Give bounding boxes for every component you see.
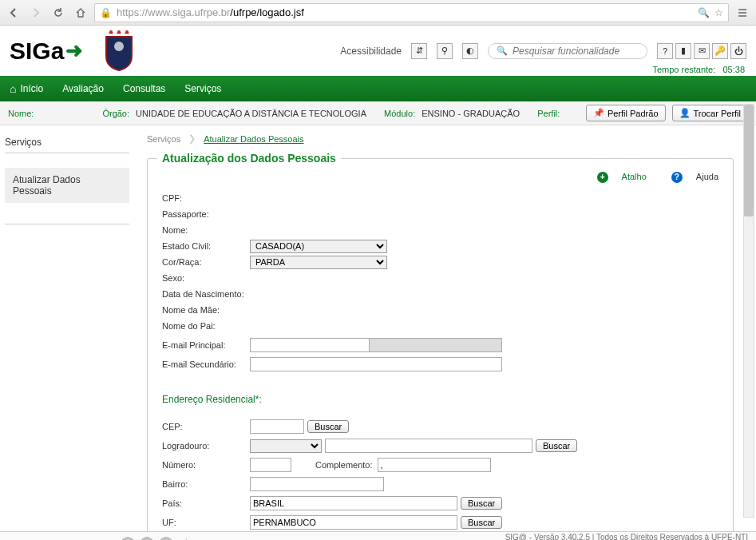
- complemento-input[interactable]: [378, 458, 491, 472]
- logradouro-tipo-select[interactable]: [250, 439, 322, 453]
- buscar-cep-button[interactable]: Buscar: [307, 420, 349, 433]
- plus-icon: +: [597, 172, 608, 183]
- estado-civil-label: Estado Civil:: [162, 241, 250, 251]
- logradouro-label: Logradouro:: [162, 441, 250, 451]
- breadcrumb-root[interactable]: Serviços: [147, 134, 180, 144]
- menu-button[interactable]: [734, 4, 751, 22]
- back-button[interactable]: [5, 4, 22, 22]
- session-time: Tempo restante: 05:38: [652, 65, 745, 74]
- sidebar: Serviços Atualizar Dados Pessoais: [0, 125, 134, 531]
- breadcrumb-current[interactable]: Atualizar Dados Pessoais: [204, 134, 303, 144]
- modulo-label: Módulo:: [384, 109, 415, 118]
- atalho-link[interactable]: +Atalho: [586, 172, 647, 181]
- url-text: https://www.siga.ufrpe.br/ufrpe/logado.j…: [117, 6, 304, 18]
- passaporte-label: Passaporte:: [162, 209, 250, 219]
- buscar-uf-button[interactable]: Buscar: [461, 516, 502, 529]
- ajuda-link[interactable]: ?Ajuda: [660, 172, 718, 181]
- perfil-label: Perfil:: [537, 109, 560, 118]
- buscar-logradouro-button[interactable]: Buscar: [536, 439, 577, 452]
- trocar-perfil-button[interactable]: 👤Trocar Perfil: [672, 105, 749, 121]
- sexo-label: Sexo:: [162, 273, 250, 283]
- browser-toolbar: 🔒 https://www.siga.ufrpe.br/ufrpe/logado…: [0, 0, 756, 26]
- cep-label: CEP:: [162, 422, 250, 431]
- nav-avaliacao[interactable]: Avaliação: [62, 83, 104, 94]
- question-icon: ?: [671, 172, 683, 183]
- lock-icon: 🔒: [100, 7, 112, 18]
- uf-input[interactable]: [250, 515, 457, 530]
- search-functionality-input[interactable]: [513, 46, 639, 57]
- info-bar: Nome: Órgão: UNIDADE DE EDUCAÇÃO A DISTÂ…: [0, 101, 756, 125]
- user-icon: 👤: [679, 108, 691, 118]
- panel-title: Atualização dos Dados Pessoais: [157, 152, 341, 165]
- nome-pai-label: Nome do Pai:: [162, 321, 250, 331]
- cep-input[interactable]: [250, 419, 304, 434]
- app-header: SIGa➜ Acessibilidade ⇵ ⚲ ◐ 🔍 ? ▮ ✉ 🔑 ⏻ T…: [0, 26, 756, 76]
- data-nasc-label: Data de Nascimento:: [162, 289, 266, 299]
- orgao-label: Órgão:: [102, 109, 129, 118]
- bairro-input[interactable]: [250, 477, 384, 491]
- notes-icon[interactable]: ▮: [675, 43, 691, 59]
- cpf-label: CPF:: [162, 193, 250, 203]
- siga-logo: SIGa➜: [10, 38, 83, 65]
- buscar-pais-button[interactable]: Buscar: [461, 497, 502, 510]
- email-secundario-label: E-mail Secundário:: [162, 359, 250, 369]
- nome-mae-label: Nome da Mãe:: [162, 305, 250, 315]
- chrome-icon: [121, 537, 135, 541]
- scroll-thumb[interactable]: [744, 105, 754, 216]
- nome-label: Nome:: [8, 109, 34, 118]
- pais-input[interactable]: [250, 496, 457, 510]
- email-principal-input[interactable]: [250, 338, 370, 352]
- address-bar[interactable]: 🔒 https://www.siga.ufrpe.br/ufrpe/logado…: [94, 3, 729, 22]
- sidebar-title: Serviços: [5, 137, 129, 153]
- search-icon: 🔍: [497, 46, 508, 56]
- complemento-label: Complemento:: [315, 460, 373, 470]
- endereco-title: Endereço Residencial*:: [162, 394, 718, 405]
- pais-label: País:: [162, 498, 250, 508]
- mail-icon[interactable]: ✉: [694, 43, 710, 59]
- home-button[interactable]: [72, 4, 89, 22]
- accessibility-person-icon[interactable]: ⚲: [437, 43, 453, 59]
- nav-consultas[interactable]: Consultas: [123, 83, 165, 94]
- modulo-value: ENSINO - GRADUAÇÃO: [422, 109, 520, 118]
- bairro-label: Bairro:: [162, 479, 250, 489]
- estado-civil-select[interactable]: CASADO(A): [250, 240, 387, 253]
- main-nav: ⌂Início Avaliação Consultas Serviços: [0, 76, 756, 101]
- content: Serviços ❯ Atualizar Dados Pessoais Atua…: [134, 125, 756, 531]
- forward-button[interactable]: [27, 4, 45, 22]
- nav-inicio[interactable]: ⌂Início: [10, 82, 43, 95]
- sidebar-item-atualizar-dados[interactable]: Atualizar Dados Pessoais: [5, 168, 129, 203]
- email-secundario-input[interactable]: [250, 357, 502, 371]
- pin-icon: 📌: [593, 108, 604, 118]
- numero-label: Número:: [162, 460, 250, 470]
- search-in-page-icon[interactable]: 🔍: [698, 7, 710, 18]
- home-icon: ⌂: [10, 82, 16, 95]
- power-icon[interactable]: ⏻: [730, 43, 746, 59]
- perfil-padrao-button[interactable]: 📌Perfil Padrão: [586, 105, 666, 121]
- help-icon[interactable]: ?: [657, 43, 673, 59]
- nome-label: Nome:: [162, 225, 250, 235]
- search-functionality[interactable]: 🔍: [488, 43, 647, 59]
- bookmark-star-icon[interactable]: ☆: [714, 7, 723, 18]
- ufrpe-crest: [99, 29, 139, 73]
- orgao-value: UNIDADE DE EDUCAÇÃO A DISTÂNCIA E TECNOL…: [136, 109, 366, 118]
- key-icon[interactable]: 🔑: [712, 43, 728, 59]
- reload-button[interactable]: [49, 4, 67, 22]
- cor-raca-select[interactable]: PARDA: [250, 256, 387, 269]
- cor-raca-label: Cor/Raça:: [162, 257, 250, 267]
- accessibility-font-icon[interactable]: ⇵: [411, 43, 427, 59]
- firefox-icon: [140, 537, 154, 541]
- uf-label: UF:: [162, 518, 250, 527]
- version-text: SIG@ - Versão 3.40.2.5 | Todos os Direit…: [505, 533, 748, 540]
- scrollbar[interactable]: [743, 104, 754, 518]
- nav-servicos[interactable]: Serviços: [184, 83, 221, 94]
- email-principal-label: E-mail Principal:: [162, 340, 250, 350]
- ie-icon: [159, 537, 173, 541]
- accessibility-contrast-icon[interactable]: ◐: [462, 43, 478, 59]
- panel-dados-pessoais: Atualização dos Dados Pessoais +Atalho ?…: [147, 158, 734, 531]
- numero-input[interactable]: [250, 458, 291, 472]
- chevron-right-icon: ❯: [188, 133, 196, 144]
- footer: Navegadores Recomendados: | Ícones provi…: [0, 531, 756, 540]
- logradouro-input[interactable]: [325, 439, 532, 453]
- breadcrumb: Serviços ❯ Atualizar Dados Pessoais: [147, 133, 734, 144]
- accessibility-label: Acessibilidade: [340, 46, 402, 57]
